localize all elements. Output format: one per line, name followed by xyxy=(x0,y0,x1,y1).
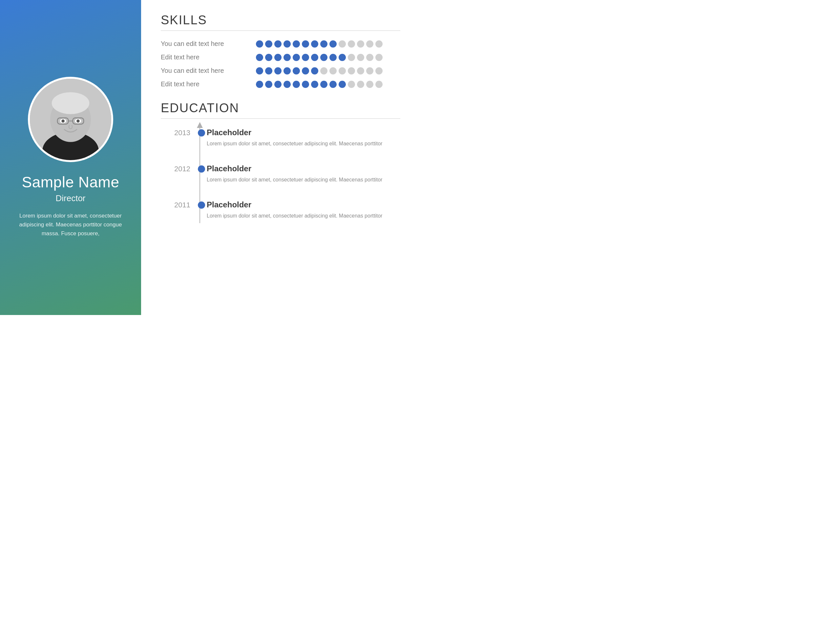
dot-filled xyxy=(293,81,300,88)
dot-empty xyxy=(348,40,355,47)
dot-filled xyxy=(256,81,263,88)
dot-filled xyxy=(293,40,300,47)
dot-empty xyxy=(357,40,364,47)
dot-filled xyxy=(302,54,309,61)
dot-filled xyxy=(284,40,291,47)
dot-filled xyxy=(302,40,309,47)
dot-filled xyxy=(293,54,300,61)
dot-filled xyxy=(339,54,346,61)
dot-filled xyxy=(284,81,291,88)
skill-row: Edit text here xyxy=(161,81,400,88)
dot-empty xyxy=(366,54,373,61)
skills-title: SKILLS xyxy=(161,13,400,27)
dot-filled xyxy=(265,67,272,74)
dot-filled xyxy=(330,81,337,88)
skills-section: SKILLS You can edit text hereEdit text h… xyxy=(161,13,400,88)
right-panel: SKILLS You can edit text hereEdit text h… xyxy=(141,0,420,315)
dot-filled xyxy=(265,54,272,61)
education-section: EDUCATION 2013PlaceholderLorem ipsum dol… xyxy=(161,101,400,223)
dot-filled xyxy=(320,81,327,88)
dot-filled xyxy=(330,40,337,47)
skill-row: Edit text here xyxy=(161,54,400,61)
dot-empty xyxy=(357,67,364,74)
dot-filled xyxy=(265,40,272,47)
skill-label: Edit text here xyxy=(161,81,246,88)
dot-filled xyxy=(274,54,281,61)
dot-empty xyxy=(375,81,382,88)
dot-filled xyxy=(274,67,281,74)
timeline-year: 2013 xyxy=(161,129,190,137)
dot-filled xyxy=(320,40,327,47)
dot-empty xyxy=(339,40,346,47)
dot-empty xyxy=(375,67,382,74)
dot-filled xyxy=(293,67,300,74)
education-divider xyxy=(161,118,400,119)
dot-empty xyxy=(366,81,373,88)
dot-empty xyxy=(357,54,364,61)
timeline-dot xyxy=(198,129,205,136)
dot-empty xyxy=(375,40,382,47)
timeline-item: 2011PlaceholderLorem ipsum dolor sit ame… xyxy=(207,200,400,223)
dot-empty xyxy=(357,81,364,88)
avatar xyxy=(28,77,113,162)
dot-filled xyxy=(256,67,263,74)
dot-filled xyxy=(265,81,272,88)
timeline-entry-text: Lorem ipsum dolor sit amet, consectetuer… xyxy=(207,140,397,148)
timeline: 2013PlaceholderLorem ipsum dolor sit ame… xyxy=(161,128,400,223)
skill-dots xyxy=(256,40,382,47)
education-title: EDUCATION xyxy=(161,101,400,115)
timeline-line xyxy=(199,128,200,223)
skill-row: You can edit text here xyxy=(161,40,400,47)
person-name: Sample Name xyxy=(22,174,120,191)
dot-empty xyxy=(339,67,346,74)
dot-empty xyxy=(320,67,327,74)
dot-filled xyxy=(311,67,318,74)
dot-filled xyxy=(302,81,309,88)
timeline-entry-text: Lorem ipsum dolor sit amet, consectetuer… xyxy=(207,212,397,220)
dot-filled xyxy=(302,67,309,74)
skill-dots xyxy=(256,81,382,88)
timeline-item: 2013PlaceholderLorem ipsum dolor sit ame… xyxy=(207,128,400,151)
skill-row: You can edit text here xyxy=(161,67,400,74)
timeline-entry-text: Lorem ipsum dolor sit amet, consectetuer… xyxy=(207,176,397,184)
dot-empty xyxy=(375,54,382,61)
timeline-arrow xyxy=(197,122,203,128)
dot-filled xyxy=(256,40,263,47)
dot-filled xyxy=(311,81,318,88)
timeline-entry-title: Placeholder xyxy=(207,164,400,173)
timeline-dot xyxy=(198,202,205,209)
dot-empty xyxy=(330,67,337,74)
education-list: 2013PlaceholderLorem ipsum dolor sit ame… xyxy=(207,128,400,223)
dot-empty xyxy=(366,67,373,74)
dot-filled xyxy=(311,40,318,47)
timeline-entry-title: Placeholder xyxy=(207,200,400,209)
skill-label: You can edit text here xyxy=(161,40,246,47)
svg-point-11 xyxy=(62,120,65,123)
skills-divider xyxy=(161,30,400,31)
left-panel: Sample Name Director Lorem ipsum dolor s… xyxy=(0,0,141,315)
skill-dots xyxy=(256,54,382,61)
dot-empty xyxy=(348,81,355,88)
dot-empty xyxy=(366,40,373,47)
dot-filled xyxy=(274,81,281,88)
skill-dots xyxy=(256,67,382,74)
timeline-entry-title: Placeholder xyxy=(207,128,400,137)
timeline-year: 2011 xyxy=(161,201,190,209)
dot-empty xyxy=(348,67,355,74)
dot-filled xyxy=(256,54,263,61)
dot-filled xyxy=(339,81,346,88)
timeline-item: 2012PlaceholderLorem ipsum dolor sit ame… xyxy=(207,164,400,187)
dot-filled xyxy=(330,54,337,61)
svg-point-12 xyxy=(76,120,80,123)
dot-filled xyxy=(284,54,291,61)
timeline-year: 2012 xyxy=(161,165,190,173)
skill-label: You can edit text here xyxy=(161,67,246,74)
svg-point-5 xyxy=(52,92,89,114)
dot-filled xyxy=(311,54,318,61)
person-bio: Lorem ipsum dolor sit amet, consectetuer… xyxy=(15,211,126,238)
dot-filled xyxy=(274,40,281,47)
dot-empty xyxy=(348,54,355,61)
dot-filled xyxy=(284,67,291,74)
skill-label: Edit text here xyxy=(161,54,246,61)
skills-list: You can edit text hereEdit text hereYou … xyxy=(161,40,400,88)
